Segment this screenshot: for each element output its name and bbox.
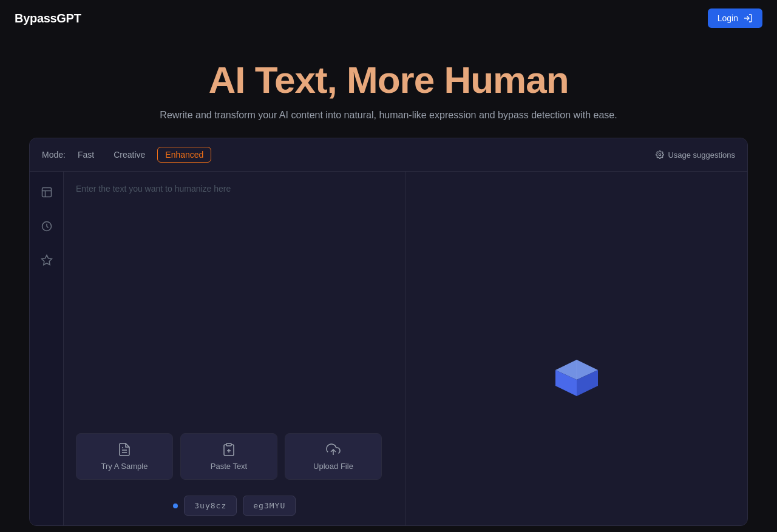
svg-point-1	[659, 153, 662, 156]
upload-icon	[326, 442, 341, 457]
box-illustration	[549, 357, 604, 402]
left-panel: Try A Sample Paste Text	[64, 172, 406, 525]
captcha-dot	[173, 503, 178, 508]
captcha-code-1[interactable]: 3uy8cz	[184, 496, 237, 516]
editor-icon[interactable]	[36, 181, 58, 203]
usage-suggestions[interactable]: Usage suggestions	[656, 150, 735, 160]
box-3d-icon	[549, 357, 604, 399]
navbar: BypassGPT Login	[0, 0, 777, 36]
tab-creative[interactable]: Creative	[106, 147, 152, 162]
svg-marker-6	[41, 255, 52, 265]
card-header: Mode: Fast Creative Enhanced Usage sugge…	[30, 138, 747, 172]
try-sample-button[interactable]: Try A Sample	[76, 433, 173, 480]
text-input[interactable]	[64, 172, 405, 423]
svg-rect-2	[42, 188, 51, 197]
try-sample-label: Try A Sample	[101, 462, 148, 471]
action-buttons: Try A Sample Paste Text	[64, 423, 405, 490]
paste-text-label: Paste Text	[211, 462, 247, 471]
tab-fast[interactable]: Fast	[70, 147, 101, 162]
hero-title: AI Text, More Human	[0, 58, 777, 101]
upload-file-label: Upload File	[313, 462, 353, 471]
upload-file-button[interactable]: Upload File	[285, 433, 382, 480]
login-label: Login	[718, 13, 738, 23]
premium-icon[interactable]	[36, 249, 58, 271]
mode-label: Mode:	[42, 150, 66, 160]
login-button[interactable]: Login	[708, 8, 762, 28]
sidebar-icons	[30, 172, 64, 525]
sample-icon	[117, 442, 132, 457]
paste-icon	[222, 442, 236, 457]
history-icon[interactable]	[36, 215, 58, 237]
card-body: Try A Sample Paste Text	[30, 172, 747, 525]
captcha-code-2[interactable]: eg3MYU	[243, 496, 296, 516]
svg-rect-9	[226, 443, 231, 446]
hero-section: AI Text, More Human Rewrite and transfor…	[0, 36, 777, 138]
main-card: Mode: Fast Creative Enhanced Usage sugge…	[29, 138, 748, 526]
captcha-row: 3uy8cz eg3MYU	[64, 490, 405, 525]
gear-icon	[656, 150, 664, 159]
usage-suggestions-label: Usage suggestions	[668, 150, 735, 160]
paste-text-button[interactable]: Paste Text	[180, 433, 277, 480]
login-icon	[743, 13, 753, 23]
mode-section: Mode: Fast Creative Enhanced	[42, 147, 211, 163]
tab-enhanced[interactable]: Enhanced	[157, 147, 211, 163]
app-logo: BypassGPT	[15, 12, 81, 25]
right-panel	[406, 172, 748, 525]
hero-subtitle: Rewrite and transform your AI content in…	[0, 110, 777, 121]
